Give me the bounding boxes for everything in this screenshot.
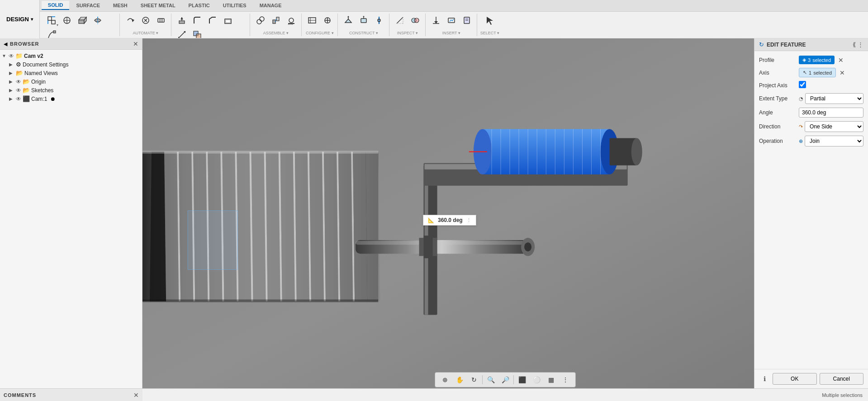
- svg-point-124: [631, 138, 642, 165]
- svg-rect-0: [48, 17, 52, 20]
- ef-axis-value: ↖ 1 selected ✕: [799, 68, 863, 77]
- create-sketch-btn[interactable]: [60, 14, 74, 27]
- svg-rect-128: [424, 236, 433, 258]
- tab-utilities[interactable]: UTILITIES: [217, 1, 253, 9]
- select-group: SELECT ▾: [478, 14, 502, 36]
- ef-info-btn[interactable]: ℹ: [759, 373, 770, 384]
- config-btn1[interactable]: [305, 14, 319, 27]
- design-label: DESIGN: [6, 16, 29, 23]
- design-button[interactable]: DESIGN ▾: [0, 0, 40, 38]
- tab-solid[interactable]: SOLID: [42, 1, 70, 10]
- svg-rect-1: [52, 20, 55, 24]
- ef-project-axis-checkbox[interactable]: [799, 81, 806, 88]
- ef-axis-selected-btn[interactable]: ↖ 1 selected: [799, 68, 836, 77]
- config-btn2[interactable]: [320, 14, 335, 27]
- ef-profile-selected-btn[interactable]: ◈ 3 selected: [799, 56, 835, 64]
- tab-mesh[interactable]: MESH: [107, 1, 134, 9]
- chamfer-btn[interactable]: [205, 14, 220, 27]
- ef-extent-type-select[interactable]: Partial Full Symmetric Two Sides: [805, 93, 863, 104]
- tab-sheet-metal[interactable]: SHEET METAL: [134, 1, 182, 9]
- angle-menu-icon[interactable]: ⋮: [466, 217, 471, 223]
- ef-angle-input[interactable]: [799, 108, 863, 118]
- eye-icon[interactable]: 👁: [9, 53, 14, 59]
- ef-ok-btn[interactable]: OK: [773, 373, 817, 385]
- inspect-label: INSPECT ▾: [393, 31, 422, 36]
- svg-marker-47: [345, 19, 351, 23]
- canvas-btn[interactable]: [460, 14, 474, 27]
- joint-btn[interactable]: [253, 14, 268, 27]
- offset-plane-btn[interactable]: [341, 14, 356, 27]
- ef-direction-select[interactable]: One Side Two Sides Symmetric: [805, 121, 863, 132]
- ef-profile-clear-btn[interactable]: ✕: [838, 57, 844, 64]
- angle-label[interactable]: 📐 360.0 deg ⋮: [423, 215, 476, 226]
- automate-btn2[interactable]: [138, 14, 153, 27]
- combine-btn[interactable]: [190, 28, 204, 38]
- measure-btn[interactable]: [393, 14, 407, 27]
- ground-btn[interactable]: [284, 14, 299, 27]
- expand-icon: ▶: [9, 71, 14, 75]
- tab-surface[interactable]: SURFACE: [70, 1, 106, 9]
- select-btn[interactable]: [483, 14, 497, 27]
- vp-pan-btn[interactable]: ✋: [453, 374, 466, 385]
- eye-icon[interactable]: 👁: [16, 79, 21, 85]
- sweep-btn[interactable]: [44, 28, 59, 38]
- press-pull-btn[interactable]: [175, 14, 189, 27]
- svg-marker-89: [295, 152, 309, 302]
- svg-marker-67: [487, 17, 493, 25]
- vp-visual-btn[interactable]: ⚪: [530, 374, 543, 385]
- ef-profile-row: Profile ◈ 3 selected ✕: [759, 56, 863, 64]
- extrude-btn[interactable]: [75, 14, 90, 27]
- ef-axis-clear-btn[interactable]: ✕: [840, 69, 845, 76]
- new-component-btn[interactable]: [44, 14, 59, 27]
- tree-item-sketches[interactable]: ▶ 👁 📂 Sketches: [0, 86, 142, 94]
- ef-cancel-btn[interactable]: Cancel: [820, 373, 864, 385]
- tree-item-cam-v2[interactable]: ▼ 👁 📁 Cam v2: [0, 52, 142, 60]
- offset-plane-btn2[interactable]: [356, 14, 371, 27]
- decal-btn[interactable]: [444, 14, 459, 27]
- vp-grid-btn[interactable]: ▦: [545, 374, 557, 385]
- folder-icon: 📂: [23, 87, 30, 94]
- browser-content: ▼ 👁 📁 Cam v2 ▶ ⚙ Document Settings ▶ 📂 N…: [0, 50, 142, 401]
- eye-icon[interactable]: 👁: [16, 87, 21, 94]
- as-built-joint-btn[interactable]: [269, 14, 283, 27]
- tree-item-named-views[interactable]: ▶ 📂 Named Views: [0, 69, 142, 77]
- vp-display-btn[interactable]: ⬛: [516, 374, 528, 385]
- vp-zoom-in-btn[interactable]: 🔎: [499, 374, 512, 385]
- eye-icon[interactable]: 👁: [16, 96, 21, 102]
- ef-expand-btn[interactable]: ⟪: [853, 41, 856, 48]
- fillet-btn[interactable]: [190, 14, 204, 27]
- vp-fit-btn[interactable]: ⊕: [439, 374, 451, 385]
- automate-btn3[interactable]: [154, 14, 168, 27]
- vp-more-btn[interactable]: ⋮: [559, 374, 572, 385]
- interference-btn[interactable]: [408, 14, 422, 27]
- comments-expand-icon[interactable]: ✕: [133, 392, 139, 399]
- automate-group: AUTOMATE ▾: [120, 14, 171, 36]
- record-icon: ⏺: [50, 96, 56, 102]
- browser-collapse-icon[interactable]: ◀: [4, 41, 7, 47]
- revolve-btn[interactable]: [90, 14, 105, 27]
- tab-plastic[interactable]: PLASTIC: [182, 1, 216, 9]
- ef-menu-btn[interactable]: ⋮: [858, 41, 863, 48]
- toolbar-main: SOLID SURFACE MESH SHEET METAL PLASTIC U…: [40, 0, 868, 38]
- vp-orbit-btn[interactable]: ↻: [468, 374, 480, 385]
- ef-project-axis-row: Project Axis: [759, 81, 863, 90]
- svg-rect-50: [361, 19, 366, 23]
- insert-mesh-btn[interactable]: [429, 14, 443, 27]
- modify-group: MODIFY ▾: [172, 14, 250, 36]
- browser-close-icon[interactable]: ✕: [133, 40, 138, 47]
- construct-label: CONSTRUCT ▾: [341, 31, 386, 36]
- axis-btn[interactable]: [372, 14, 386, 27]
- tab-manage[interactable]: MANAGE: [253, 1, 288, 9]
- viewport[interactable]: 📐 360.0 deg ⋮ Z X Y FRONT: [142, 38, 868, 401]
- tree-item-origin[interactable]: ▶ 👁 📂 Origin: [0, 77, 142, 86]
- svg-point-59: [414, 18, 419, 23]
- tree-item-cam1[interactable]: ▶ 👁 ⬛ Cam:1 ⏺: [0, 94, 142, 103]
- vp-zoom-out-btn[interactable]: 🔍: [484, 374, 497, 385]
- shell-btn[interactable]: [221, 14, 235, 27]
- ef-operation-select[interactable]: Join Cut Intersect New Body New Componen…: [805, 136, 863, 146]
- join-icon: ⊕: [799, 138, 803, 144]
- svg-marker-12: [132, 19, 134, 22]
- automate-btn1[interactable]: [123, 14, 138, 27]
- scale-btn[interactable]: [175, 28, 189, 38]
- tree-item-doc-settings[interactable]: ▶ ⚙ Document Settings: [0, 60, 142, 69]
